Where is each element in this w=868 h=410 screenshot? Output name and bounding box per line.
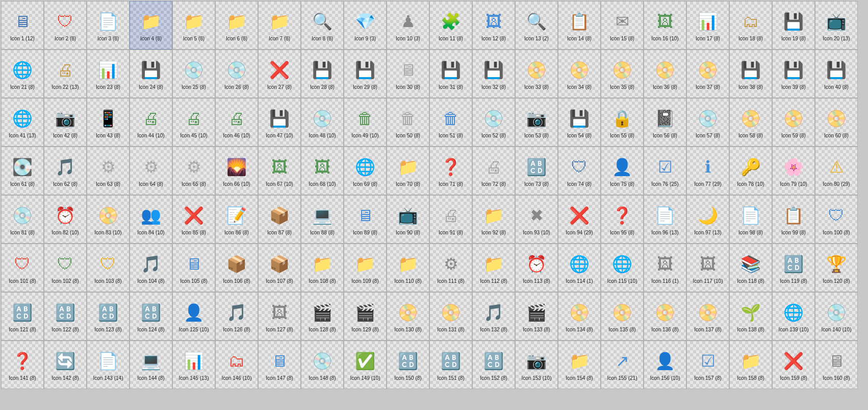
icon-cell-157[interactable]: ☑Icon 157 (8) xyxy=(686,341,729,389)
icon-cell-34[interactable]: 📀Icon 34 (8) xyxy=(558,50,601,98)
icon-cell-15[interactable]: ✉Icon 15 (8) xyxy=(601,1,644,50)
icon-cell-45[interactable]: 🖨Icon 45 (10) xyxy=(172,98,215,147)
icon-cell-80[interactable]: ⚠Icon 80 (29) xyxy=(815,147,858,195)
icon-cell-39[interactable]: 💾Icon 39 (8) xyxy=(772,50,815,98)
icon-cell-148[interactable]: 💿Icon 148 (8) xyxy=(301,341,344,389)
icon-cell-59[interactable]: 📀Icon 59 (8) xyxy=(772,98,815,147)
icon-cell-5[interactable]: 📁Icon 5 (8) xyxy=(172,1,215,50)
icon-cell-42[interactable]: 📷Icon 42 (8) xyxy=(44,98,87,147)
icon-cell-114[interactable]: 🌐Icon 114 (1) xyxy=(558,244,601,292)
icon-cell-77[interactable]: ℹIcon 77 (29) xyxy=(686,147,729,195)
icon-cell-1[interactable]: 🖥Icon 1 (12) xyxy=(1,1,44,50)
icon-cell-127[interactable]: 🖼Icon 127 (8) xyxy=(258,292,301,341)
icon-cell-99[interactable]: 📋Icon 99 (8) xyxy=(772,195,815,244)
icon-cell-63[interactable]: ⚙Icon 63 (8) xyxy=(87,147,130,195)
icon-cell-28[interactable]: 💾Icon 28 (8) xyxy=(301,50,344,98)
icon-cell-68[interactable]: 🖼Icon 68 (10) xyxy=(301,147,344,195)
icon-cell-100[interactable]: 🛡Icon 100 (8) xyxy=(815,195,858,244)
icon-cell-19[interactable]: 💾Icon 19 (8) xyxy=(772,1,815,50)
icon-cell-79[interactable]: 🌸Icon 79 (10) xyxy=(772,147,815,195)
icon-cell-23[interactable]: 📊Icon 23 (8) xyxy=(87,50,130,98)
icon-cell-53[interactable]: 📷Icon 53 (8) xyxy=(515,98,558,147)
icon-cell-117[interactable]: 🖼Icon 117 (10) xyxy=(686,244,729,292)
icon-cell-136[interactable]: 📀Icon 136 (8) xyxy=(644,292,686,341)
icon-cell-139[interactable]: 🌐Icon 139 (10) xyxy=(772,292,815,341)
icon-cell-16[interactable]: 🖼Icon 16 (10) xyxy=(644,1,686,50)
icon-cell-22[interactable]: 🖨Icon 22 (13) xyxy=(44,50,87,98)
icon-cell-95[interactable]: ❓Icon 95 (8) xyxy=(601,195,644,244)
icon-cell-131[interactable]: 📀Icon 131 (8) xyxy=(429,292,472,341)
icon-cell-108[interactable]: 📁Icon 108 (8) xyxy=(301,244,344,292)
icon-cell-64[interactable]: ⚙Icon 64 (8) xyxy=(130,147,172,195)
icon-cell-115[interactable]: 🌐Icon 115 (10) xyxy=(601,244,644,292)
icon-cell-7[interactable]: 📁Icon 7 (8) xyxy=(258,1,301,50)
icon-cell-102[interactable]: 🛡Icon 102 (8) xyxy=(44,244,87,292)
icon-cell-48[interactable]: 💿Icon 48 (10) xyxy=(301,98,344,147)
icon-cell-137[interactable]: 📀Icon 137 (8) xyxy=(686,292,729,341)
icon-cell-134[interactable]: 📀Icon 134 (8) xyxy=(558,292,601,341)
icon-cell-142[interactable]: 🔄Icon 142 (8) xyxy=(44,341,87,389)
icon-cell-121[interactable]: 🔠Icon 121 (8) xyxy=(1,292,44,341)
icon-cell-129[interactable]: 🎬Icon 129 (8) xyxy=(344,292,387,341)
icon-cell-126[interactable]: 🎵Icon 126 (8) xyxy=(215,292,258,341)
icon-cell-98[interactable]: 📄Icon 98 (8) xyxy=(729,195,772,244)
icon-cell-31[interactable]: 💾Icon 31 (8) xyxy=(429,50,472,98)
icon-cell-36[interactable]: 📀Icon 36 (8) xyxy=(644,50,686,98)
icon-cell-74[interactable]: 🛡Icon 74 (8) xyxy=(558,147,601,195)
icon-cell-87[interactable]: 📦Icon 87 (8) xyxy=(258,195,301,244)
icon-cell-25[interactable]: 💿Icon 25 (8) xyxy=(172,50,215,98)
icon-cell-135[interactable]: 📀Icon 135 (8) xyxy=(601,292,644,341)
icon-cell-138[interactable]: 🌱Icon 138 (8) xyxy=(729,292,772,341)
icon-cell-116[interactable]: 🖼Icon 116 (1) xyxy=(644,244,686,292)
icon-cell-44[interactable]: 🖨Icon 44 (10) xyxy=(130,98,172,147)
icon-cell-110[interactable]: 📁Icon 110 (8) xyxy=(387,244,429,292)
icon-cell-30[interactable]: 🖥Icon 30 (8) xyxy=(387,50,429,98)
icon-cell-144[interactable]: 💻Icon 144 (8) xyxy=(130,341,172,389)
icon-cell-41[interactable]: 🌐Icon 41 (13) xyxy=(1,98,44,147)
icon-cell-147[interactable]: 🖥Icon 147 (8) xyxy=(258,341,301,389)
icon-cell-89[interactable]: 🖥Icon 89 (8) xyxy=(344,195,387,244)
icon-cell-156[interactable]: 👤Icon 156 (10) xyxy=(644,341,686,389)
icon-cell-92[interactable]: 📁Icon 92 (8) xyxy=(472,195,515,244)
icon-cell-20[interactable]: 📺Icon 20 (13) xyxy=(815,1,858,50)
icon-cell-91[interactable]: 🖨Icon 91 (8) xyxy=(429,195,472,244)
icon-cell-54[interactable]: 💾Icon 54 (8) xyxy=(558,98,601,147)
icon-cell-153[interactable]: 📷Icon 153 (10) xyxy=(515,341,558,389)
icon-cell-93[interactable]: ✖Icon 93 (10) xyxy=(515,195,558,244)
icon-cell-18[interactable]: 🗂Icon 18 (8) xyxy=(729,1,772,50)
icon-cell-32[interactable]: 💾Icon 32 (8) xyxy=(472,50,515,98)
icon-cell-155[interactable]: ↗Icon 155 (21) xyxy=(601,341,644,389)
icon-cell-9[interactable]: 💎Icon 9 (3) xyxy=(344,1,387,50)
icon-cell-146[interactable]: 🗂Icon 146 (10) xyxy=(215,341,258,389)
icon-cell-109[interactable]: 📁Icon 109 (8) xyxy=(344,244,387,292)
icon-cell-3[interactable]: 📄Icon 3 (8) xyxy=(87,1,130,50)
icon-cell-56[interactable]: 📓Icon 56 (8) xyxy=(644,98,686,147)
icon-cell-104[interactable]: 🎵Icon 104 (8) xyxy=(130,244,172,292)
icon-cell-17[interactable]: 📊Icon 17 (8) xyxy=(686,1,729,50)
icon-cell-10[interactable]: ♟Icon 10 (3) xyxy=(387,1,429,50)
icon-cell-13[interactable]: 🔍Icon 13 (2) xyxy=(515,1,558,50)
icon-cell-24[interactable]: 💾Icon 24 (8) xyxy=(130,50,172,98)
icon-cell-105[interactable]: 🖥Icon 105 (8) xyxy=(172,244,215,292)
icon-cell-140[interactable]: 💿Icon 140 (10) xyxy=(815,292,858,341)
icon-cell-46[interactable]: 🖨Icon 46 (10) xyxy=(215,98,258,147)
icon-cell-66[interactable]: 🌄Icon 66 (10) xyxy=(215,147,258,195)
icon-cell-123[interactable]: 🔠Icon 123 (8) xyxy=(87,292,130,341)
icon-cell-55[interactable]: 🔒Icon 55 (8) xyxy=(601,98,644,147)
icon-cell-51[interactable]: 🗑Icon 51 (8) xyxy=(429,98,472,147)
icon-cell-85[interactable]: ❌Icon 85 (8) xyxy=(172,195,215,244)
icon-cell-4[interactable]: 📁Icon 4 (8) xyxy=(130,1,172,50)
icon-cell-14[interactable]: 📋Icon 14 (8) xyxy=(558,1,601,50)
icon-cell-113[interactable]: ⏰Icon 113 (8) xyxy=(515,244,558,292)
icon-cell-65[interactable]: ⚙Icon 65 (8) xyxy=(172,147,215,195)
icon-cell-94[interactable]: ❌Icon 94 (29) xyxy=(558,195,601,244)
icon-cell-120[interactable]: 🏆Icon 120 (8) xyxy=(815,244,858,292)
icon-cell-97[interactable]: 🌙Icon 97 (13) xyxy=(686,195,729,244)
icon-cell-71[interactable]: ❓Icon 71 (8) xyxy=(429,147,472,195)
icon-cell-83[interactable]: 📀Icon 83 (10) xyxy=(87,195,130,244)
icon-cell-82[interactable]: ⏰Icon 82 (10) xyxy=(44,195,87,244)
icon-cell-96[interactable]: 📄Icon 96 (13) xyxy=(644,195,686,244)
icon-cell-84[interactable]: 👥Icon 84 (10) xyxy=(130,195,172,244)
icon-cell-12[interactable]: 🖼Icon 12 (8) xyxy=(472,1,515,50)
icon-cell-107[interactable]: 📦Icon 107 (8) xyxy=(258,244,301,292)
